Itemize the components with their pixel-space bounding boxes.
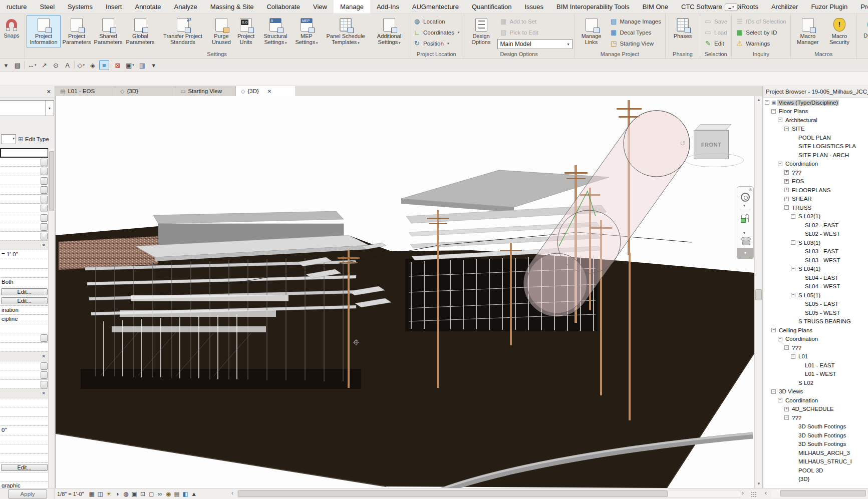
- tree-expander-icon[interactable]: [778, 337, 782, 341]
- tree-item[interactable]: ▣ Coordination: [763, 396, 868, 405]
- scroll-up-icon[interactable]: ▲: [755, 96, 763, 104]
- property-row[interactable]: cipline: [0, 315, 49, 324]
- viewcube[interactable]: ↺ FRONT: [693, 124, 743, 172]
- tree-item[interactable]: ▣ SHEAR: [763, 195, 868, 204]
- ribbon-button[interactable]: Purge Unused: [209, 15, 233, 48]
- property-row[interactable]: [0, 158, 49, 167]
- ribbon-button[interactable]: Global Parameters: [124, 15, 156, 48]
- tree-item[interactable]: ▣ L01 - WEST: [763, 370, 868, 379]
- ribbon-button[interactable]: Project Parameters: [61, 15, 92, 48]
- tree-item[interactable]: ▣ S TRUSS BEARING: [763, 317, 868, 326]
- tree-item[interactable]: ▣ Coordination: [763, 335, 868, 344]
- tree-expander-icon[interactable]: [791, 240, 795, 245]
- ribbon-row-button[interactable]: ▤ Manage Images: [608, 16, 664, 27]
- property-row[interactable]: [0, 204, 49, 213]
- switch-windows-icon[interactable]: ▣: [124, 60, 136, 70]
- lock-3d-view-icon[interactable]: ◻: [147, 489, 156, 498]
- browser-horizontal-scrollbar[interactable]: [771, 490, 867, 497]
- tree-item[interactable]: ▣ S L04(1): [763, 265, 868, 274]
- tree-item[interactable]: ▣ ???: [763, 168, 868, 177]
- property-row[interactable]: [0, 167, 49, 176]
- tree-expander-icon[interactable]: [778, 398, 782, 402]
- temporary-hide-isolate-icon[interactable]: ∞: [156, 489, 164, 498]
- horizontal-scrollbar[interactable]: [237, 490, 740, 497]
- orbit-tool-icon[interactable]: [741, 237, 751, 241]
- tree-item[interactable]: ▣ 3D South Footings: [763, 440, 868, 449]
- property-row[interactable]: [0, 380, 49, 389]
- tree-item[interactable]: ▣ FLOORPLANS: [763, 186, 868, 195]
- ribbon-tab[interactable]: View: [307, 0, 334, 14]
- phases-button[interactable]: Phases: [667, 15, 698, 48]
- ribbon-display-toggle[interactable]: ▂ ▾: [725, 4, 738, 11]
- tree-item[interactable]: ▣ SL03 - EAST: [763, 247, 868, 256]
- property-row[interactable]: [0, 232, 49, 241]
- thin-lines-icon[interactable]: ≡: [99, 60, 109, 70]
- ribbon-tab[interactable]: Fuzor Plugin: [804, 0, 854, 14]
- property-row[interactable]: [0, 343, 49, 352]
- ribbon-tab[interactable]: Massing & Site: [204, 0, 260, 14]
- ribbon-tab[interactable]: Insert: [99, 0, 129, 14]
- sun-path-icon[interactable]: ☀: [105, 489, 113, 498]
- measure-icon[interactable]: ↔: [26, 60, 38, 70]
- property-row[interactable]: [0, 259, 49, 269]
- ribbon-row-button[interactable]: ▭ Save: [702, 16, 730, 27]
- property-row[interactable]: [0, 269, 49, 278]
- chevron-down-icon[interactable]: ▾: [743, 231, 745, 235]
- ribbon-tab[interactable]: ructure: [0, 0, 33, 14]
- ribbon-button[interactable]: Additional Settings: [371, 15, 407, 48]
- tree-item[interactable]: ▣ Ceiling Plans: [763, 326, 868, 335]
- ribbon-tab[interactable]: Quantification: [465, 0, 518, 14]
- property-row[interactable]: ination: [0, 306, 49, 315]
- ribbon-tab[interactable]: Manage: [334, 0, 370, 14]
- scroll-left-icon[interactable]: ‹: [231, 489, 233, 496]
- view-tab[interactable]: ◇ {3D}: [115, 86, 175, 96]
- tree-expander-icon[interactable]: [765, 100, 769, 105]
- tree-item[interactable]: ▣ SL05 - WEST: [763, 308, 868, 317]
- ribbon-button[interactable]: Panel Schedule Templates: [321, 15, 371, 48]
- tree-item[interactable]: ▣ SL02 - WEST: [763, 230, 868, 239]
- tree-item[interactable]: ▣ S L02(1): [763, 212, 868, 221]
- property-row[interactable]: [0, 241, 49, 250]
- tree-item[interactable]: ▣ ???: [763, 343, 868, 352]
- property-row[interactable]: Edit...: [0, 463, 49, 472]
- tree-item[interactable]: ▣ Floor Plans: [763, 107, 868, 116]
- separator[interactable]: [24, 61, 25, 69]
- tree-item[interactable]: ▣ L01: [763, 352, 868, 361]
- tree-item[interactable]: ▣ SITE: [763, 125, 868, 134]
- tree-item[interactable]: ▣ SITE LOGISTICS PLA: [763, 142, 868, 151]
- visual-style-icon[interactable]: ◫: [96, 489, 105, 498]
- view-tab[interactable]: ▤ L01 - EOS: [55, 86, 115, 96]
- tree-item[interactable]: ▣ 3D Views: [763, 387, 868, 396]
- ribbon-button[interactable]: Dynamo: [858, 15, 868, 48]
- property-row[interactable]: [0, 352, 49, 361]
- tree-expander-icon[interactable]: [784, 415, 789, 420]
- vertical-scrollbar[interactable]: ▲ ▼: [754, 96, 762, 488]
- tree-expander-icon[interactable]: [771, 109, 776, 114]
- tree-item[interactable]: ▣ TRUSS: [763, 203, 868, 212]
- tree-item[interactable]: ▣ SL05 - EAST: [763, 300, 868, 309]
- property-row[interactable]: [0, 472, 49, 482]
- ribbon-row-button[interactable]: ✎ Edit: [702, 38, 730, 49]
- tree-item[interactable]: ▣ SL04 - WEST: [763, 282, 868, 291]
- ribbon-button[interactable]: Structural Settings: [258, 15, 293, 48]
- drawing-area[interactable]: ↺ FRONT ⊗ ▾ ▾ ▾: [55, 96, 754, 488]
- tree-item[interactable]: ▣ POOL 3D: [763, 466, 868, 475]
- tree-item[interactable]: ▣ 4D_SCHEDULE: [763, 405, 868, 414]
- resize-grip[interactable]: [751, 491, 757, 497]
- property-row[interactable]: [0, 417, 49, 426]
- ribbon-tab[interactable]: Steel: [33, 0, 61, 14]
- tree-expander-icon[interactable]: [771, 389, 776, 394]
- tree-expander-icon[interactable]: [784, 127, 789, 131]
- reveal-hidden-elements-icon[interactable]: ◉: [164, 489, 173, 498]
- tree-expander-icon[interactable]: [778, 162, 782, 166]
- ribbon-button[interactable]: Transfer Project Standards: [157, 15, 209, 48]
- ribbon-tab[interactable]: Archilizer: [765, 0, 804, 14]
- rendering-dialog-icon[interactable]: ◍: [122, 489, 130, 498]
- tree-item[interactable]: ▣ S L02: [763, 378, 868, 387]
- type-selector[interactable]: ▾: [0, 100, 54, 116]
- tree-item[interactable]: ▣ Views (Type/Discipline): [763, 98, 868, 107]
- property-row[interactable]: [0, 398, 49, 408]
- tree-item[interactable]: ▣ S L05(1): [763, 291, 868, 300]
- apply-button[interactable]: Apply: [8, 489, 47, 498]
- view-tab[interactable]: ◇ {3D} ✕: [236, 86, 296, 96]
